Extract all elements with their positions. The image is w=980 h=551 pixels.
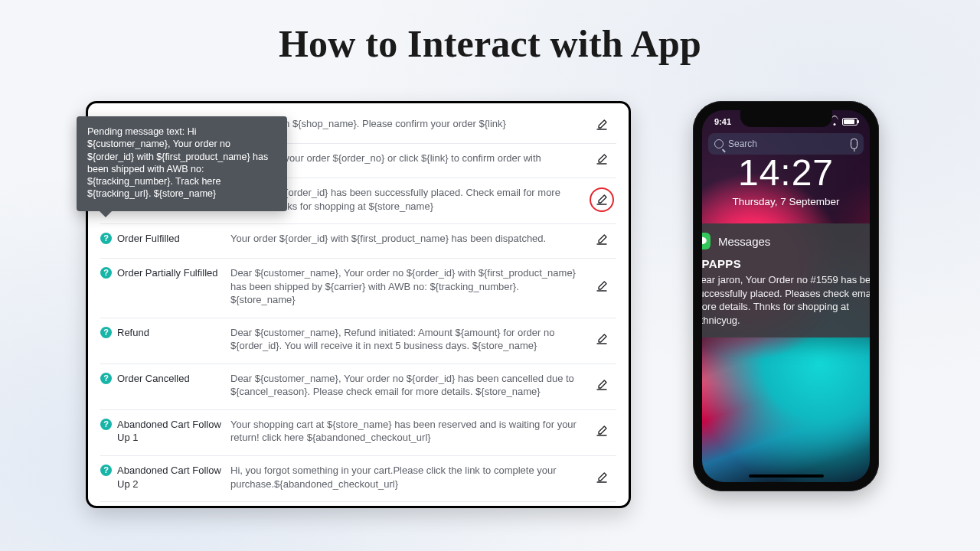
table-row: Order Partially FulfilledDear ${customer… — [100, 259, 616, 318]
row-edit-cell — [587, 152, 616, 167]
row-name: Order Cancelled — [117, 372, 190, 386]
lock-screen-clock: 14:27 Thursday, 7 September — [702, 155, 870, 207]
phone-notch — [740, 110, 832, 127]
lock-date: Thursday, 7 September — [702, 196, 870, 207]
row-edit-cell — [587, 186, 616, 213]
help-tooltip: Pending message text: Hi ${customer_name… — [77, 116, 287, 211]
search-field[interactable]: Search — [708, 133, 864, 155]
notification-sender: SPAPPS — [702, 257, 870, 270]
edit-button[interactable] — [594, 117, 609, 132]
home-indicator[interactable] — [749, 474, 824, 478]
row-edit-cell — [587, 266, 616, 307]
help-icon[interactable] — [100, 419, 112, 430]
table-row: Abandoned Cart Follow Up 1Your shopping … — [100, 410, 616, 456]
table-row: Abandoned Cart Follow Up 2Hi, you forgot… — [100, 456, 616, 502]
row-message: Your shopping cart at ${store_name} has … — [230, 418, 580, 445]
edit-button[interactable] — [594, 331, 609, 347]
row-edit-cell — [587, 117, 616, 132]
row-edit-cell — [587, 372, 616, 399]
row-name-cell: Abandoned Cart Follow Up 1 — [100, 418, 223, 445]
table-row: Order FulfilledYour order ${order_id} wi… — [100, 224, 616, 259]
help-icon[interactable] — [100, 373, 112, 384]
phone-mockup: 9:41 Search 14:27 Thursday, 7 September … — [693, 101, 879, 491]
row-name-cell: Order Cancelled — [100, 372, 223, 399]
row-message: Hi, you forgot something in your cart.Pl… — [230, 464, 580, 491]
notification-body: Dear jaron, Your Order no #1559 has been… — [702, 273, 870, 327]
phone-screen: 9:41 Search 14:27 Thursday, 7 September … — [702, 110, 870, 482]
row-edit-cell — [587, 232, 616, 247]
mic-icon[interactable] — [851, 139, 858, 149]
edit-button[interactable] — [594, 279, 609, 294]
row-name-cell: Refund — [100, 326, 223, 353]
notification-app-name: Messages — [718, 235, 770, 248]
search-placeholder: Search — [728, 139, 757, 149]
messages-app-icon — [702, 233, 710, 249]
row-name-cell: Order Fulfilled — [100, 232, 223, 247]
table-row: Order CancelledDear ${customer_name}, Yo… — [100, 364, 616, 410]
edit-button[interactable] — [594, 192, 609, 207]
help-icon[interactable] — [100, 465, 112, 476]
row-name-cell: Abandoned Cart Follow Up 2 — [100, 464, 223, 491]
row-name: Order Fulfilled — [117, 232, 180, 246]
row-edit-cell — [587, 464, 616, 491]
edit-button[interactable] — [594, 377, 609, 393]
edit-button[interactable] — [594, 470, 609, 485]
lock-time: 14:27 — [702, 155, 870, 191]
row-edit-cell — [587, 326, 616, 353]
row-name-cell: Order Partially Fulfilled — [100, 266, 223, 307]
row-name: Abandoned Cart Follow Up 2 — [117, 464, 223, 491]
battery-icon — [842, 118, 858, 126]
page-title: How to Interact with App — [279, 21, 701, 66]
row-message: Dear ${customer_name}, Your order no ${o… — [230, 372, 580, 399]
row-name: Abandoned Cart Follow Up 1 — [117, 418, 223, 445]
status-time: 9:41 — [714, 117, 731, 126]
help-icon[interactable] — [100, 233, 112, 244]
row-edit-cell — [587, 418, 616, 445]
row-name: Order Partially Fulfilled — [117, 266, 218, 280]
edit-button[interactable] — [594, 232, 609, 247]
row-name: Refund — [117, 326, 149, 340]
notification-card[interactable]: Messages Now SPAPPS Dear jaron, Your Ord… — [702, 223, 870, 337]
table-row: RefundDear ${customer_name}, Refund init… — [100, 318, 616, 364]
help-icon[interactable] — [100, 327, 112, 338]
edit-button[interactable] — [594, 152, 609, 167]
help-icon[interactable] — [100, 267, 112, 279]
row-message: Dear ${customer_name}, Your order no ${o… — [230, 266, 580, 307]
row-message: Dear ${customer_name}, Refund initiated:… — [230, 326, 580, 353]
edit-button[interactable] — [594, 423, 609, 439]
row-message: Your order ${order_id} with ${first_prod… — [230, 232, 580, 247]
search-icon — [714, 139, 724, 148]
